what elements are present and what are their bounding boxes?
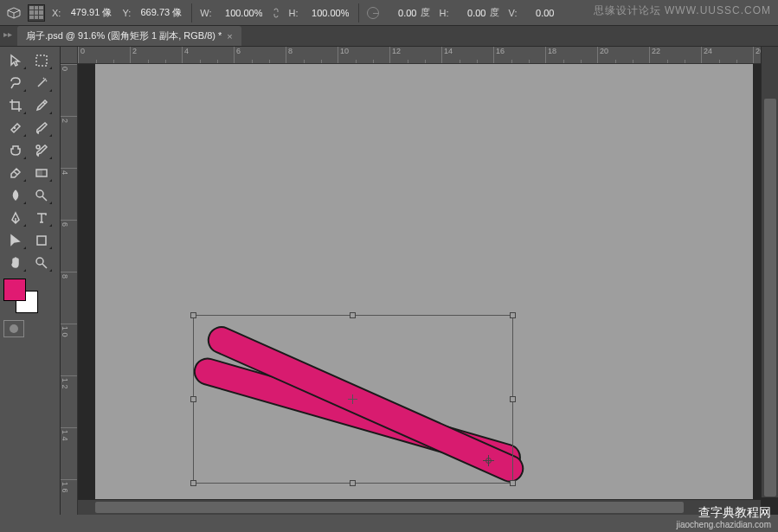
w-label: W: bbox=[200, 8, 211, 18]
transform-handle-bl[interactable] bbox=[190, 480, 196, 486]
transform-handle-bm[interactable] bbox=[350, 480, 356, 486]
ruler-origin[interactable] bbox=[61, 47, 78, 64]
svg-rect-4 bbox=[37, 236, 46, 245]
anchor-grid-icon[interactable] bbox=[26, 3, 47, 23]
pen-tool[interactable] bbox=[3, 208, 28, 228]
tab-strip: ▸▸ 扇子.psd @ 91.6% (圆角矩形 1 副本, RGB/8) * × bbox=[0, 26, 778, 47]
shape-tool[interactable] bbox=[29, 230, 54, 251]
path-selection-tool[interactable] bbox=[3, 230, 28, 251]
transform-handle-br[interactable] bbox=[510, 480, 516, 486]
canvas-area: 0246810121416182022242628 024681 01 21 4… bbox=[61, 47, 778, 515]
marquee-tool[interactable] bbox=[29, 50, 54, 71]
color-swatches[interactable] bbox=[3, 279, 38, 313]
svg-point-5 bbox=[36, 258, 43, 265]
document-canvas[interactable] bbox=[95, 64, 753, 515]
skew-v-input[interactable] bbox=[519, 6, 556, 20]
magic-wand-tool[interactable] bbox=[29, 73, 54, 93]
document-tab[interactable]: 扇子.psd @ 91.6% (圆角矩形 1 副本, RGB/8) * × bbox=[17, 26, 241, 46]
healing-brush-tool[interactable] bbox=[3, 118, 28, 138]
x-label: X: bbox=[52, 8, 61, 18]
watermark-bottom: 查字典教程网 jiaocheng.chazidian.com bbox=[676, 505, 771, 530]
rotate-input[interactable] bbox=[382, 6, 418, 20]
watermark-top: 思缘设计论坛 WWW.UUSSC.COM bbox=[594, 3, 771, 18]
constrain-proportions-icon[interactable] bbox=[269, 6, 283, 20]
foreground-color-swatch[interactable] bbox=[3, 279, 26, 301]
horizontal-scrollbar[interactable] bbox=[78, 499, 761, 515]
svg-rect-0 bbox=[36, 55, 47, 66]
quick-mask-toggle[interactable] bbox=[3, 320, 24, 337]
history-brush-tool[interactable] bbox=[29, 140, 54, 161]
w-input[interactable] bbox=[214, 6, 264, 20]
collapse-panels-icon[interactable]: ▸▸ bbox=[3, 29, 12, 39]
type-tool[interactable] bbox=[29, 208, 54, 228]
zoom-tool[interactable] bbox=[29, 253, 54, 273]
vertical-scrollbar[interactable] bbox=[761, 47, 778, 497]
clone-stamp-tool[interactable] bbox=[3, 140, 28, 161]
rotate-icon bbox=[367, 7, 379, 19]
transform-handle-tl[interactable] bbox=[190, 312, 196, 318]
y-label: Y: bbox=[122, 8, 131, 18]
tools-panel bbox=[0, 47, 61, 515]
move-tool[interactable] bbox=[3, 50, 28, 71]
transform-handle-mr[interactable] bbox=[510, 396, 516, 402]
blur-tool[interactable] bbox=[3, 185, 28, 206]
horizontal-scrollbar-thumb[interactable] bbox=[95, 502, 684, 513]
h-label: H: bbox=[288, 8, 298, 18]
vertical-scrollbar-thumb[interactable] bbox=[764, 99, 776, 497]
transform-bounding-box[interactable] bbox=[193, 315, 513, 484]
transform-pivot-icon[interactable] bbox=[483, 455, 494, 466]
skew-v-label: V: bbox=[508, 8, 517, 18]
tab-title: 扇子.psd @ 91.6% (圆角矩形 1 副本, RGB/8) * bbox=[26, 29, 222, 42]
skew-h-unit: 度 bbox=[490, 6, 499, 19]
h-input[interactable] bbox=[300, 6, 350, 20]
skew-h-input[interactable] bbox=[451, 6, 487, 20]
brush-tool[interactable] bbox=[29, 118, 54, 138]
crop-tool[interactable] bbox=[3, 95, 28, 116]
transform-handle-tm[interactable] bbox=[350, 312, 356, 318]
transform-center-icon bbox=[348, 394, 357, 404]
transform-handle-ml[interactable] bbox=[190, 396, 196, 402]
svg-point-1 bbox=[36, 145, 40, 149]
horizontal-ruler[interactable]: 0246810121416182022242628 bbox=[78, 47, 778, 64]
eraser-tool[interactable] bbox=[3, 163, 28, 183]
rotate-unit: 度 bbox=[421, 6, 430, 19]
gradient-tool[interactable] bbox=[29, 163, 54, 183]
lasso-tool[interactable] bbox=[3, 73, 28, 93]
hand-tool[interactable] bbox=[3, 253, 28, 273]
eyedropper-tool[interactable] bbox=[29, 95, 54, 116]
svg-point-3 bbox=[36, 190, 43, 197]
skew-h-label: H: bbox=[439, 8, 448, 18]
vertical-ruler[interactable]: 024681 01 21 41 61 82 02 22 4 bbox=[61, 64, 78, 515]
x-input[interactable] bbox=[63, 6, 113, 20]
dodge-tool[interactable] bbox=[29, 185, 54, 206]
close-tab-icon[interactable]: × bbox=[227, 31, 232, 42]
transform-handle-tr[interactable] bbox=[510, 312, 516, 318]
y-input[interactable] bbox=[133, 6, 183, 20]
reference-point-icon[interactable] bbox=[3, 3, 24, 23]
